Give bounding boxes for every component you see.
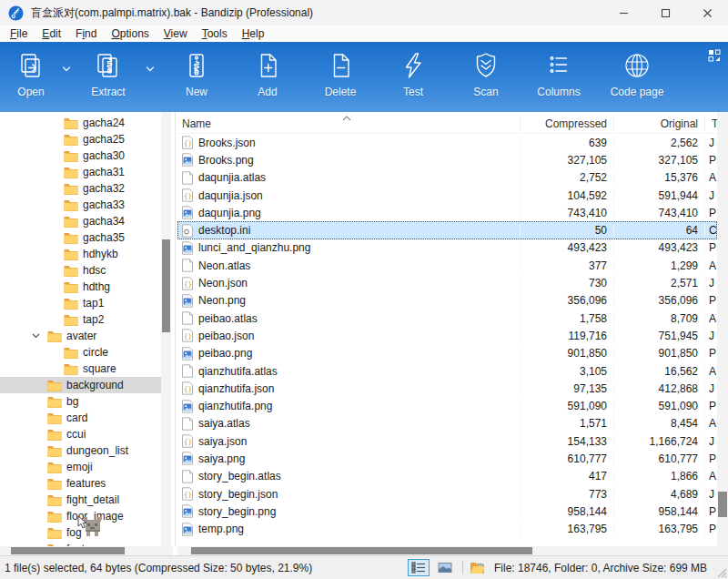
toolbar-code-page-button[interactable]: Code page bbox=[595, 49, 679, 106]
tree-item-gacha24[interactable]: gacha24 bbox=[0, 115, 161, 131]
toolbar-delete-button[interactable]: Delete bbox=[304, 49, 377, 106]
toolbar-extract-button[interactable]: Extract bbox=[78, 49, 138, 106]
file-type-cell: P bbox=[705, 241, 717, 254]
tree-item-hdsc[interactable]: hdsc bbox=[0, 262, 161, 279]
toolbar-add-button[interactable]: Add bbox=[231, 49, 304, 106]
tree-item-circle[interactable]: circle bbox=[0, 344, 161, 361]
file-row-story_begin.json[interactable]: {}story_begin.json7734,689J bbox=[177, 485, 717, 503]
resize-grip-icon[interactable] bbox=[716, 567, 727, 578]
file-row-saiya.json[interactable]: {}saiya.json154,1331,166,724J bbox=[177, 432, 717, 450]
toolbar-scan-button[interactable]: Scan bbox=[450, 49, 522, 106]
file-compressed-cell: 901,850 bbox=[521, 347, 614, 360]
file-row-peibao.json[interactable]: {}peibao.json119,716751,945J bbox=[177, 327, 717, 344]
tree-item-bg[interactable]: bg bbox=[0, 393, 161, 410]
filelist-vscroll-thumb[interactable] bbox=[718, 492, 727, 517]
file-original-cell: 2,562 bbox=[614, 137, 705, 149]
tree-item-gacha35[interactable]: gacha35 bbox=[0, 229, 161, 246]
minimize-button[interactable] bbox=[602, 0, 644, 25]
toolbar-test-label: Test bbox=[403, 86, 423, 98]
file-row-qianzhutifa.png[interactable]: qianzhutifa.png591,090591,090P bbox=[177, 397, 717, 414]
tree-item-gacha25[interactable]: gacha25 bbox=[0, 131, 161, 147]
tree-item-tap1[interactable]: tap1 bbox=[0, 295, 161, 311]
tree-item-gacha32[interactable]: gacha32 bbox=[0, 180, 161, 197]
file-row-saiya.png[interactable]: saiya.png610,777610,777P bbox=[177, 450, 717, 467]
tree-item-gacha33[interactable]: gacha33 bbox=[0, 197, 161, 213]
file-row-Neon.json[interactable]: {}Neon.json7302,571J bbox=[177, 274, 717, 291]
pane-splitter[interactable] bbox=[175, 112, 176, 546]
details-view-button[interactable] bbox=[408, 559, 430, 576]
file-row-Neon.atlas[interactable]: Neon.atlas3771,299A bbox=[177, 257, 717, 274]
toolbar-open-button[interactable]: Open bbox=[7, 49, 55, 106]
toolbar-columns-button[interactable]: Columns bbox=[522, 49, 595, 106]
folder-icon bbox=[47, 527, 62, 539]
file-row-Brooks.png[interactable]: Brooks.png327,105327,105P bbox=[177, 151, 717, 168]
tree-item-avater[interactable]: avater bbox=[0, 328, 161, 344]
menu-options[interactable]: Options bbox=[104, 25, 156, 42]
tree-item-gacha30[interactable]: gacha30 bbox=[0, 147, 161, 164]
toolbar-new-button[interactable]: New bbox=[162, 49, 231, 106]
tree-item-hdthg[interactable]: hdthg bbox=[0, 279, 161, 295]
tree-expander-icon[interactable] bbox=[31, 330, 41, 340]
file-row-Brooks.json[interactable]: {}Brooks.json6392,562J bbox=[177, 134, 717, 151]
menu-find[interactable]: Find bbox=[68, 25, 104, 42]
file-row-daqunjia.png[interactable]: daqunjia.png743,410743,410P bbox=[177, 204, 717, 221]
json-file-icon: {} bbox=[181, 434, 194, 448]
tree-item-gacha34[interactable]: gacha34 bbox=[0, 213, 161, 229]
tree-item-dungeon_list[interactable]: dungeon_list bbox=[0, 442, 161, 459]
toolbar-layout-icon[interactable] bbox=[708, 49, 721, 62]
menu-view[interactable]: View bbox=[157, 25, 195, 42]
tree-item-ccui[interactable]: ccui bbox=[0, 426, 161, 442]
file-row-desktop.ini[interactable]: desktop.ini5064C bbox=[177, 221, 717, 239]
tree-item-label: ccui bbox=[66, 428, 86, 441]
folder-icon bbox=[47, 445, 62, 457]
tree-item-features[interactable]: features bbox=[0, 475, 161, 492]
tree-item-hdhykb[interactable]: hdhykb bbox=[0, 246, 161, 262]
column-header-original[interactable]: Original bbox=[614, 117, 705, 130]
tree-item-fight_detail[interactable]: fight_detail bbox=[0, 492, 161, 508]
column-header-type[interactable]: Type bbox=[705, 117, 717, 130]
sidebar-vscroll-thumb[interactable] bbox=[162, 239, 170, 332]
menu-file[interactable]: File bbox=[3, 25, 35, 42]
file-type-cell: J bbox=[705, 382, 717, 395]
file-row-daqunjia.json[interactable]: {}daqunjia.json104,592591,944J bbox=[177, 187, 717, 204]
file-row-story_begin.atlas[interactable]: story_begin.atlas4171,866A bbox=[177, 468, 717, 485]
toolbar-test-button[interactable]: Test bbox=[377, 49, 450, 106]
file-row-saiya.atlas[interactable]: saiya.atlas1,5718,454A bbox=[177, 415, 717, 432]
tree-item-square[interactable]: square bbox=[0, 361, 161, 377]
sidebar-horizontal-scrollbar[interactable] bbox=[0, 546, 173, 555]
file-row-Neon.png[interactable]: Neon.png356,096356,096P bbox=[177, 292, 717, 310]
new-archive-icon bbox=[182, 51, 211, 80]
tree-item-background[interactable]: background bbox=[0, 377, 161, 393]
menu-tools[interactable]: Tools bbox=[195, 25, 235, 42]
file-row-qianzhutifa.atlas[interactable]: qianzhutifa.atlas3,10516,562A bbox=[177, 362, 717, 380]
file-row-peibao.atlas[interactable]: peibao.atlas1,7588,709A bbox=[177, 310, 717, 327]
file-row-daqunjia.atlas[interactable]: daqunjia.atlas2,75215,376A bbox=[177, 169, 717, 187]
filelist-vertical-scrollbar[interactable] bbox=[717, 112, 728, 546]
filelist-horizontal-scrollbar[interactable] bbox=[177, 546, 717, 555]
sidebar-vertical-scrollbar[interactable] bbox=[161, 112, 171, 546]
toolbar-extract-dropdown[interactable] bbox=[138, 49, 162, 89]
file-row-qianzhutifa.json[interactable]: {}qianzhutifa.json97,135412,868J bbox=[177, 380, 717, 397]
tree-item-floor_image[interactable]: floor_image bbox=[0, 508, 161, 524]
maximize-button[interactable] bbox=[644, 0, 686, 25]
file-row-lunci_and_qianzhu.png[interactable]: lunci_and_qianzhu.png493,423493,423P bbox=[177, 239, 717, 257]
menu-help[interactable]: Help bbox=[235, 25, 272, 42]
tree-item-tap2[interactable]: tap2 bbox=[0, 311, 161, 328]
sidebar-hscroll-thumb[interactable] bbox=[11, 547, 125, 554]
tree-item-emoji[interactable]: emoji bbox=[0, 459, 161, 475]
toolbar-open-dropdown[interactable] bbox=[55, 49, 78, 89]
tree-item-fog[interactable]: fog bbox=[0, 524, 161, 541]
menu-edit[interactable]: Edit bbox=[35, 25, 68, 42]
file-row-story_begin.png[interactable]: story_begin.png958,144958,144P bbox=[177, 503, 717, 520]
filelist-hscroll-thumb[interactable] bbox=[191, 547, 532, 554]
file-row-peibao.png[interactable]: peibao.png901,850901,850P bbox=[177, 345, 717, 362]
tree-item-gacha31[interactable]: gacha31 bbox=[0, 164, 161, 180]
close-button[interactable] bbox=[686, 0, 728, 25]
toolbar-extract-label: Extract bbox=[91, 86, 125, 98]
file-row-temp.png[interactable]: temp.png163,795163,795P bbox=[177, 521, 717, 538]
tree-item-card[interactable]: card bbox=[0, 410, 161, 426]
file-compressed-cell: 730 bbox=[521, 277, 614, 290]
thumbnail-view-button[interactable] bbox=[434, 559, 456, 576]
file-name-cell: saiya.png bbox=[177, 452, 521, 465]
column-header-compressed[interactable]: Compressed bbox=[521, 117, 614, 130]
